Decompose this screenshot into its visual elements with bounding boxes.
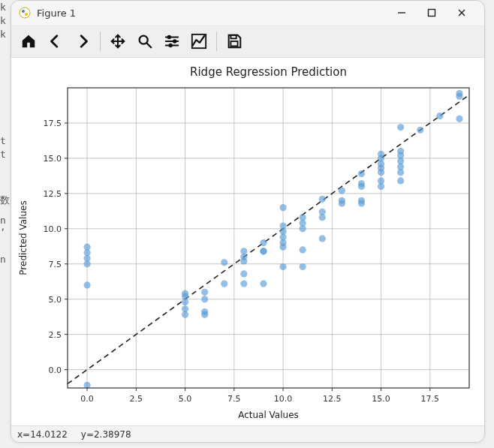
svg-point-15 <box>173 40 176 43</box>
data-point <box>201 308 208 314</box>
data-point <box>339 197 345 203</box>
data-point <box>319 235 326 242</box>
home-button[interactable] <box>16 29 41 54</box>
svg-point-2 <box>25 13 28 16</box>
data-point <box>378 177 384 184</box>
bg-fragment: t <box>0 149 6 160</box>
data-point <box>358 197 365 203</box>
svg-text:0.0: 0.0 <box>49 365 62 374</box>
svg-text:15.0: 15.0 <box>44 153 62 163</box>
data-point <box>319 195 326 202</box>
bg-fragment: n <box>0 254 6 265</box>
window-title: Figure 1 <box>37 8 76 19</box>
titlebar: Figure 1 <box>11 1 484 26</box>
data-point <box>300 246 306 253</box>
data-point <box>279 222 286 229</box>
data-point <box>221 280 227 287</box>
back-button[interactable] <box>43 29 68 54</box>
svg-rect-18 <box>230 35 236 39</box>
data-point <box>358 170 365 176</box>
data-point <box>83 281 90 288</box>
data-point <box>201 296 208 302</box>
bg-fragment: k <box>0 15 6 26</box>
close-button[interactable] <box>447 2 477 23</box>
save-button[interactable] <box>221 29 247 54</box>
data-point <box>279 204 286 211</box>
svg-text:17.5: 17.5 <box>44 118 62 128</box>
forward-button[interactable] <box>70 29 95 54</box>
data-point <box>319 208 326 215</box>
svg-text:7.5: 7.5 <box>49 259 62 269</box>
data-point <box>378 150 384 157</box>
chart-title: Ridge Regression Prediction <box>190 65 347 79</box>
svg-text:15.0: 15.0 <box>372 394 390 404</box>
svg-text:10.0: 10.0 <box>44 224 62 233</box>
svg-text:2.5: 2.5 <box>49 329 62 339</box>
data-point <box>456 115 462 122</box>
toolbar <box>11 26 484 58</box>
zoom-button[interactable] <box>132 29 158 54</box>
data-point <box>397 177 404 184</box>
data-point <box>300 214 306 221</box>
svg-line-10 <box>147 44 152 48</box>
data-point <box>240 270 247 277</box>
svg-text:5.0: 5.0 <box>179 394 192 404</box>
data-point <box>358 180 365 187</box>
svg-text:12.5: 12.5 <box>44 188 62 198</box>
svg-point-1 <box>22 10 25 13</box>
svg-text:12.5: 12.5 <box>323 394 342 404</box>
bg-fragment: n <box>0 215 6 226</box>
data-point <box>279 263 286 269</box>
svg-point-0 <box>20 8 30 18</box>
status-y: y=2.38978 <box>81 429 131 440</box>
svg-point-14 <box>168 36 171 39</box>
data-point <box>260 248 267 254</box>
data-point <box>240 280 247 287</box>
svg-rect-19 <box>230 41 237 46</box>
figure-window: Figure 1 <box>11 0 485 443</box>
data-point <box>456 89 462 96</box>
data-point <box>221 259 227 266</box>
minimize-button[interactable] <box>387 2 417 23</box>
bg-fragment: k <box>0 29 6 40</box>
data-point <box>260 239 267 245</box>
svg-text:5.0: 5.0 <box>49 294 62 304</box>
app-icon <box>19 7 31 19</box>
plot-area[interactable]: Ridge Regression Prediction0.02.55.07.51… <box>11 58 484 426</box>
data-point <box>260 280 267 287</box>
bg-fragment: t <box>0 135 6 146</box>
svg-text:10.0: 10.0 <box>274 394 293 404</box>
bg-fragment: 数 <box>0 194 10 207</box>
statusbar: x=14.0122 y=2.38978 <box>11 425 484 442</box>
svg-text:17.5: 17.5 <box>421 394 440 404</box>
bg-fragment: k <box>0 2 6 13</box>
svg-text:0.0: 0.0 <box>80 394 94 404</box>
data-point <box>83 243 90 250</box>
svg-text:2.5: 2.5 <box>130 394 143 404</box>
y-axis-label: Predicted Values <box>18 200 29 275</box>
svg-rect-20 <box>11 58 484 425</box>
subplots-button[interactable] <box>159 29 185 54</box>
toolbar-separator <box>100 32 101 51</box>
pan-button[interactable] <box>105 29 131 54</box>
data-point <box>339 187 345 194</box>
data-point <box>300 263 306 269</box>
x-axis-label: Actual Values <box>238 410 299 420</box>
data-point <box>397 147 404 154</box>
data-point <box>436 112 443 119</box>
svg-point-16 <box>169 44 172 47</box>
bg-fragment: , <box>0 221 6 232</box>
edit-axis-button[interactable] <box>186 29 212 54</box>
data-point <box>182 305 188 312</box>
status-x: x=14.0122 <box>17 429 68 440</box>
data-point <box>201 288 208 295</box>
data-point <box>182 290 188 296</box>
svg-rect-4 <box>429 10 435 17</box>
data-point <box>240 248 247 254</box>
svg-text:7.5: 7.5 <box>227 394 241 404</box>
toolbar-separator <box>216 32 217 51</box>
maximize-button[interactable] <box>417 2 447 23</box>
data-point <box>417 126 423 133</box>
data-point <box>397 123 404 130</box>
